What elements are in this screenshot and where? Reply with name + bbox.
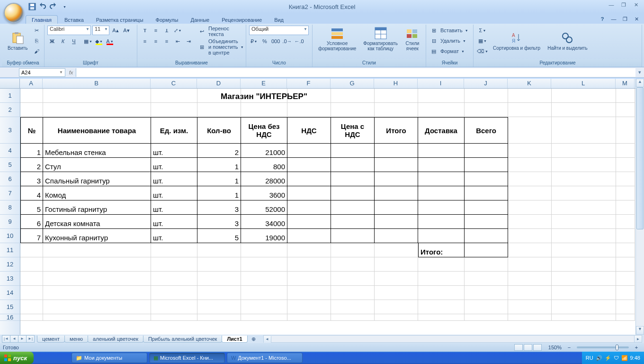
cell-L14[interactable] bbox=[552, 286, 616, 300]
column-header-D[interactable]: D bbox=[197, 79, 241, 88]
underline-button[interactable]: Ч bbox=[69, 36, 79, 46]
sheet-nav-last[interactable]: ►| bbox=[26, 335, 35, 343]
align-middle-icon[interactable]: ≡ bbox=[151, 26, 161, 35]
font-color-button[interactable]: A▼ bbox=[105, 36, 115, 46]
column-header-F[interactable]: F bbox=[287, 79, 331, 88]
row-header-5[interactable]: 5 bbox=[0, 158, 20, 172]
cell-content[interactable]: Ед. изм. bbox=[151, 117, 197, 144]
row-header-10[interactable]: 10 bbox=[0, 229, 20, 243]
redo-icon[interactable] bbox=[49, 3, 57, 10]
grow-font-icon[interactable]: A▴ bbox=[111, 26, 120, 35]
cell-content[interactable] bbox=[287, 144, 331, 158]
cell-M13[interactable] bbox=[616, 272, 635, 286]
cell-H16[interactable] bbox=[375, 314, 418, 321]
conditional-formatting-button[interactable]: Условное форматирование bbox=[315, 26, 359, 52]
cell-content[interactable] bbox=[375, 144, 418, 158]
cell-content[interactable]: 1 bbox=[20, 144, 43, 158]
cell-content[interactable] bbox=[418, 186, 465, 200]
cell-content[interactable] bbox=[465, 186, 508, 200]
cell-I2[interactable] bbox=[418, 103, 465, 117]
tray-icon-4[interactable]: 📶 bbox=[621, 355, 628, 361]
cell-C13[interactable] bbox=[151, 272, 197, 286]
cell-E14[interactable] bbox=[241, 286, 287, 300]
cell-F13[interactable] bbox=[287, 272, 331, 286]
cell-M7[interactable] bbox=[616, 186, 635, 200]
cell-H14[interactable] bbox=[375, 286, 418, 300]
cell-M8[interactable] bbox=[616, 200, 635, 215]
cell-content[interactable]: 3 bbox=[197, 215, 241, 229]
row-header-12[interactable]: 12 bbox=[0, 257, 20, 272]
cell-content[interactable]: 28000 bbox=[241, 172, 287, 186]
cell-content[interactable]: 800 bbox=[241, 158, 287, 172]
cell-content[interactable]: 19000 bbox=[241, 229, 287, 243]
workbook-close[interactable]: ✕ bbox=[632, 14, 641, 24]
cell-content[interactable]: Наименование товара bbox=[43, 117, 151, 144]
align-bottom-icon[interactable]: ⫫ bbox=[162, 26, 171, 35]
cell-content[interactable]: НДС bbox=[287, 117, 331, 144]
cell-A11[interactable] bbox=[20, 243, 43, 257]
minimize-button[interactable]: — bbox=[606, 1, 617, 8]
cell-content[interactable] bbox=[375, 158, 418, 172]
cell-content[interactable]: шт. bbox=[151, 172, 197, 186]
comma-format-icon[interactable]: 000 bbox=[271, 36, 280, 46]
tray-icon-3[interactable]: 🛡 bbox=[614, 355, 619, 361]
row-header-1[interactable]: 1 bbox=[0, 89, 20, 103]
help-icon[interactable]: ? bbox=[598, 14, 607, 24]
cell-F12[interactable] bbox=[287, 257, 331, 272]
cell-content[interactable] bbox=[465, 144, 508, 158]
cell-content[interactable] bbox=[465, 200, 508, 215]
cell-M4[interactable] bbox=[616, 144, 635, 158]
cell-content[interactable]: Цена с НДС bbox=[331, 117, 375, 144]
cell-F11[interactable] bbox=[287, 243, 331, 257]
row-header-6[interactable]: 6 bbox=[0, 172, 20, 186]
cell-I14[interactable] bbox=[418, 286, 465, 300]
cell-content[interactable]: шт. bbox=[151, 229, 197, 243]
cell-G16[interactable] bbox=[331, 314, 375, 321]
cell-content[interactable] bbox=[375, 215, 418, 229]
align-top-icon[interactable]: ⫪ bbox=[140, 26, 150, 35]
cell-D16[interactable] bbox=[197, 314, 241, 321]
row-header-8[interactable]: 8 bbox=[0, 200, 20, 215]
cell-A13[interactable] bbox=[20, 272, 43, 286]
cell-content[interactable] bbox=[418, 229, 465, 243]
cell-K16[interactable] bbox=[508, 314, 552, 321]
cell-content[interactable]: 7 bbox=[20, 229, 43, 243]
column-header-G[interactable]: G bbox=[331, 79, 374, 88]
cell-J13[interactable] bbox=[465, 272, 508, 286]
cell-content[interactable] bbox=[287, 229, 331, 243]
workbook-minimize[interactable]: — bbox=[609, 14, 618, 24]
cell-content[interactable]: 3600 bbox=[241, 186, 287, 200]
scroll-thumb[interactable] bbox=[636, 87, 644, 229]
cell-content[interactable] bbox=[465, 229, 508, 243]
cell-H15[interactable] bbox=[375, 300, 418, 314]
cell-E2[interactable] bbox=[241, 103, 287, 117]
cell-C16[interactable] bbox=[151, 314, 197, 321]
zoom-out-icon[interactable]: − bbox=[564, 343, 574, 352]
cell-content[interactable]: Кухонный гарнитур bbox=[43, 229, 151, 243]
cell-content[interactable]: шт. bbox=[151, 200, 197, 215]
cell-J12[interactable] bbox=[465, 257, 508, 272]
cell-content[interactable]: 1 bbox=[197, 158, 241, 172]
cell-content[interactable]: 34000 bbox=[241, 215, 287, 229]
cell-content[interactable] bbox=[465, 158, 508, 172]
vertical-scrollbar[interactable]: ▲ ▼ bbox=[635, 79, 644, 335]
cell-K6[interactable] bbox=[508, 172, 552, 186]
cell-L7[interactable] bbox=[552, 186, 616, 200]
tab-view[interactable]: Вид bbox=[268, 16, 289, 24]
find-select-button[interactable]: Найти и выделить bbox=[545, 30, 590, 52]
cell-B12[interactable] bbox=[43, 257, 151, 272]
shrink-font-icon[interactable]: A▾ bbox=[122, 26, 131, 35]
cell-I13[interactable] bbox=[418, 272, 465, 286]
sheet-tab-2[interactable]: аленький цветочек bbox=[88, 336, 143, 343]
new-sheet-icon[interactable]: ⊕ bbox=[249, 334, 259, 344]
lang-indicator[interactable]: RU bbox=[586, 355, 593, 361]
cell-K15[interactable] bbox=[508, 300, 552, 314]
sheet-tab-3[interactable]: Прибыль аленький цветочек bbox=[143, 336, 222, 343]
cell-L16[interactable] bbox=[552, 314, 616, 321]
copy-icon[interactable]: ⎘ bbox=[32, 36, 41, 46]
bold-button[interactable]: Ж bbox=[47, 36, 57, 46]
row-header-2[interactable]: 2 bbox=[0, 103, 20, 117]
sheet-tab-4[interactable]: Лист1 bbox=[222, 336, 247, 343]
sort-filter-button[interactable]: АЯСортировка и фильтр bbox=[490, 30, 543, 52]
cell-K9[interactable] bbox=[508, 215, 552, 229]
